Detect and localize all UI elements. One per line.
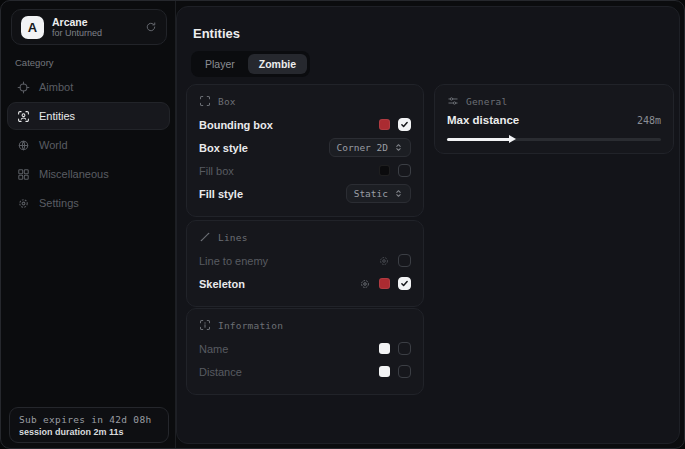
sidebar-item-aimbot[interactable]: Aimbot [7,73,170,101]
crosshair-icon [17,81,30,94]
app-logo: A [21,16,44,39]
sidebar: A Arcane for Unturned Category Aimbot [1,1,176,448]
information-card: Information Name Distance [186,308,424,395]
select-value: Static [354,188,388,199]
app-subtitle: for Unturned [52,28,137,38]
main-panel: Entities Player Zombie Box Bounding box [176,6,680,444]
sidebar-item-miscellaneous[interactable]: Miscellaneous [7,160,170,188]
refresh-icon[interactable] [145,21,157,33]
max-distance-slider[interactable] [447,135,661,143]
setting-row-bounding-box: Bounding box [199,114,411,135]
line-icon [199,231,211,243]
setting-label: Bounding box [199,119,273,131]
sidebar-nav: Aimbot Entities World [7,73,170,217]
chevron-updown-icon [394,143,403,152]
card-title: Box [218,96,236,107]
color-swatch[interactable] [379,366,390,377]
box-corners-icon [199,95,211,107]
lines-card: Lines Line to enemy Skeleton [186,220,424,307]
sidebar-item-entities[interactable]: Entities [7,102,170,130]
tab-player[interactable]: Player [194,54,246,74]
setting-row-line-to-enemy: Line to enemy [199,250,411,271]
setting-row-skeleton: Skeleton [199,273,411,294]
setting-label: Skeleton [199,278,245,290]
setting-label: Distance [199,366,242,378]
setting-row-box-style: Box style Corner 2D [199,137,411,158]
setting-label: Fill box [199,165,234,177]
setting-label: Line to enemy [199,255,268,267]
subscription-expiry: Sub expires in 42d 08h [19,414,159,425]
box-card: Box Bounding box Box style Corner 2D [186,84,424,217]
sidebar-item-label: Settings [39,197,79,209]
app-window: A Arcane for Unturned Category Aimbot [0,0,685,449]
max-distance-value: 248m [637,115,661,126]
fill-style-select[interactable]: Static [346,184,411,203]
slider-fill [447,138,511,141]
box-style-select[interactable]: Corner 2D [329,138,411,157]
session-duration: session duration 2m 11s [19,427,159,437]
gear-icon[interactable] [359,278,371,290]
sidebar-item-label: Aimbot [39,81,73,93]
page-title: Entities [193,26,240,41]
setting-row-distance: Distance [199,361,411,382]
select-value: Corner 2D [337,142,388,153]
gear-icon [17,197,30,210]
line-to-enemy-checkbox[interactable] [398,254,411,267]
bounding-box-checkbox[interactable] [398,118,411,131]
fill-box-checkbox[interactable] [398,164,411,177]
entity-scan-icon [17,110,30,123]
sliders-icon [447,95,459,107]
distance-checkbox[interactable] [398,365,411,378]
sidebar-item-label: World [39,139,68,151]
card-title: Information [218,320,283,331]
entity-tabs: Player Zombie [191,51,310,77]
color-swatch[interactable] [379,119,390,130]
skeleton-checkbox[interactable] [398,277,411,290]
chevron-updown-icon [394,189,403,198]
category-label: Category [15,57,54,68]
setting-label: Fill style [199,188,243,200]
card-title: Lines [218,232,248,243]
color-swatch[interactable] [379,343,390,354]
slider-thumb[interactable] [509,135,516,143]
setting-row-max-distance: Max distance 248m [447,114,661,126]
info-scan-icon [199,319,211,331]
setting-row-fill-style: Fill style Static [199,183,411,204]
name-checkbox[interactable] [398,342,411,355]
setting-label: Max distance [447,114,519,126]
sidebar-item-label: Miscellaneous [39,168,109,180]
sidebar-item-label: Entities [39,110,75,122]
setting-row-fill-box: Fill box [199,160,411,181]
subscription-card: Sub expires in 42d 08h session duration … [9,407,169,443]
app-name: Arcane [52,16,137,28]
general-card: General Max distance 248m [434,84,674,154]
card-title: General [466,96,507,107]
brand-card: A Arcane for Unturned [11,9,167,45]
gear-icon[interactable] [378,255,390,267]
globe-icon [17,139,30,152]
sidebar-item-settings[interactable]: Settings [7,189,170,217]
color-swatch[interactable] [379,165,390,176]
grid-icon [17,168,30,181]
setting-row-name: Name [199,338,411,359]
setting-label: Name [199,343,228,355]
setting-label: Box style [199,142,248,154]
sidebar-item-world[interactable]: World [7,131,170,159]
color-swatch[interactable] [379,278,390,289]
tab-zombie[interactable]: Zombie [248,54,307,74]
